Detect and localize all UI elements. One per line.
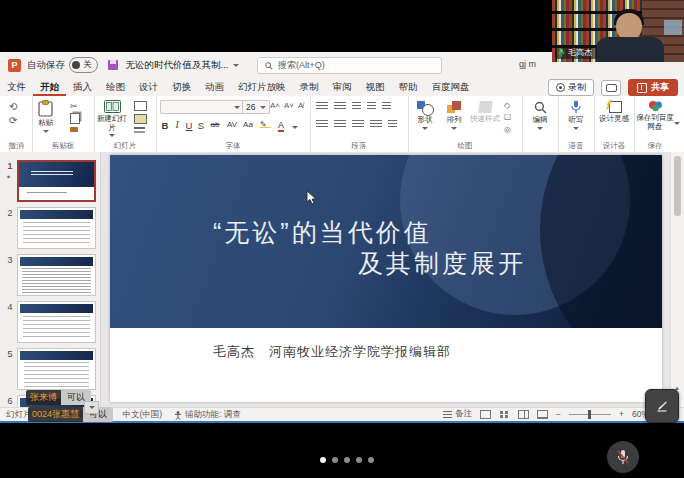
highlight-color-icon[interactable]: ✎ xyxy=(260,120,271,128)
page-dot[interactable] xyxy=(368,457,374,463)
line-spacing-icon[interactable] xyxy=(382,102,391,111)
change-case-icon[interactable]: Aa xyxy=(241,120,255,129)
dictate-mic-icon xyxy=(571,100,581,114)
collapse-ribbon-icon[interactable] xyxy=(674,122,680,125)
slide-thumbnail-3[interactable] xyxy=(17,254,96,296)
scrollbar-thumb[interactable] xyxy=(674,156,681,216)
format-painter-icon[interactable] xyxy=(70,127,78,132)
zoom-in-icon[interactable]: + xyxy=(619,409,624,419)
columns-icon[interactable] xyxy=(388,120,397,129)
zoom-slider[interactable] xyxy=(569,414,611,415)
tab-animations[interactable]: 动画 xyxy=(198,78,231,96)
search-input[interactable]: 搜索(Alt+Q) xyxy=(257,57,442,74)
design-ideas-button[interactable]: 设计灵感 xyxy=(597,100,631,124)
quick-styles-button[interactable]: 快速样式 xyxy=(470,101,500,124)
align-center-icon[interactable] xyxy=(334,120,346,129)
tab-slideshow[interactable]: 幻灯片放映 xyxy=(231,78,293,96)
page-dot[interactable] xyxy=(332,457,338,463)
slide-sorter-view-icon[interactable] xyxy=(499,410,510,419)
tab-help[interactable]: 帮助 xyxy=(392,78,425,96)
indent-decrease-icon[interactable] xyxy=(352,102,361,111)
redo-icon[interactable]: ⟳ xyxy=(9,115,17,126)
bullets-icon[interactable] xyxy=(316,102,328,111)
underline-icon[interactable]: U xyxy=(183,120,195,131)
tab-baidu-netdisk[interactable]: 百度网盘 xyxy=(425,78,477,96)
text-shadow-icon[interactable]: S xyxy=(195,120,207,131)
page-dot-active[interactable] xyxy=(320,457,326,463)
numbering-icon[interactable] xyxy=(334,102,346,111)
page-dot[interactable] xyxy=(344,457,350,463)
slide-thumbnail-4[interactable] xyxy=(17,301,96,343)
comments-button[interactable] xyxy=(601,80,621,96)
tab-transitions[interactable]: 切换 xyxy=(165,78,198,96)
page-dot[interactable] xyxy=(356,457,362,463)
share-button[interactable]: 共享 xyxy=(628,79,678,96)
account-name[interactable]: gj m xyxy=(519,59,536,69)
save-icon[interactable] xyxy=(108,60,118,70)
slide-thumbnail-1[interactable] xyxy=(17,160,96,202)
shape-outline-icon[interactable]: ☐ xyxy=(504,113,511,122)
tab-review[interactable]: 审阅 xyxy=(326,78,359,96)
new-slide-button[interactable]: 新建幻灯片 xyxy=(97,100,127,137)
page-indicator[interactable] xyxy=(320,457,374,463)
tab-record[interactable]: 录制 xyxy=(293,78,326,96)
copy-icon[interactable] xyxy=(70,113,80,124)
slide-thumbnail-panel[interactable]: 1 ✶ 2 3 4 5 6 xyxy=(0,152,101,407)
slide-thumbnail-5[interactable] xyxy=(17,348,96,390)
slide-author[interactable]: 毛高杰 河南牧业经济学院学报编辑部 xyxy=(213,343,451,361)
font-color-icon[interactable]: A xyxy=(278,120,284,132)
cut-icon[interactable]: ✂ xyxy=(70,101,78,111)
justify-icon[interactable] xyxy=(370,120,382,129)
vertical-scrollbar[interactable]: ▲ ▼ xyxy=(670,152,684,407)
webcam-video[interactable]: 毛高杰 xyxy=(552,0,684,62)
thumbnail-collapse-button[interactable] xyxy=(84,401,99,414)
shape-fill-icon[interactable]: ◇ xyxy=(504,101,510,110)
align-right-icon[interactable] xyxy=(352,120,364,129)
zoom-out-icon[interactable]: − xyxy=(556,409,561,419)
font-name-select[interactable] xyxy=(160,100,244,114)
bold-icon[interactable]: B xyxy=(159,120,171,131)
mute-microphone-button[interactable] xyxy=(607,441,639,473)
slide-editor[interactable]: “无讼”的当代价值 及其制度展开 毛高杰 河南牧业经济学院学报编辑部 xyxy=(110,155,662,402)
tab-design[interactable]: 设计 xyxy=(132,78,165,96)
arrange-button[interactable]: 排列 xyxy=(441,101,467,130)
zoom-slider-knob[interactable] xyxy=(588,410,591,419)
tab-home[interactable]: 开始 xyxy=(33,78,66,96)
font-size-select[interactable]: 26 xyxy=(242,100,270,114)
indent-increase-icon[interactable] xyxy=(367,102,376,111)
annotation-tool-button[interactable] xyxy=(645,389,679,423)
document-title[interactable]: 无讼的时代价值及其制... xyxy=(126,59,240,72)
editing-button[interactable]: 编辑 xyxy=(527,101,553,130)
italic-icon[interactable]: I xyxy=(171,120,183,130)
autosave-toggle[interactable]: 关 xyxy=(69,57,98,73)
shapes-button[interactable]: 形状 xyxy=(412,101,438,130)
align-left-icon[interactable] xyxy=(316,120,328,129)
slide-thumbnail-2[interactable] xyxy=(17,207,96,249)
notes-toggle[interactable]: 备注 xyxy=(443,408,472,420)
tab-insert[interactable]: 插入 xyxy=(66,78,99,96)
paste-button[interactable]: 粘贴 xyxy=(38,100,53,133)
tab-draw[interactable]: 绘图 xyxy=(99,78,132,96)
save-to-baidu-button[interactable]: 保存到百度网盘 xyxy=(636,100,674,131)
reset-icon[interactable] xyxy=(134,114,147,124)
undo-icon[interactable]: ⟲ xyxy=(9,101,17,112)
section-icon[interactable] xyxy=(134,127,145,129)
slideshow-view-icon[interactable] xyxy=(537,410,548,419)
normal-view-icon[interactable] xyxy=(480,410,491,419)
dictate-button[interactable]: 听写 xyxy=(563,100,589,130)
tab-file[interactable]: 文件 xyxy=(0,78,33,96)
slide-title[interactable]: “无讼”的当代价值 及其制度展开 xyxy=(213,217,526,279)
char-spacing-icon[interactable]: AV xyxy=(224,120,240,129)
layout-icon[interactable] xyxy=(134,101,147,111)
grow-font-icon[interactable]: A˄ xyxy=(270,101,280,110)
record-button[interactable]: 录制 xyxy=(548,79,594,96)
accessibility-status[interactable]: 辅助功能: 调查 xyxy=(174,409,241,421)
strikethrough-icon[interactable]: ab xyxy=(208,120,222,129)
shape-effects-icon[interactable]: ◎ xyxy=(504,125,511,134)
clear-format-icon[interactable]: A̸ xyxy=(298,101,303,110)
autosave-control[interactable]: 自动保存 关 xyxy=(27,57,98,73)
reading-view-icon[interactable] xyxy=(518,410,529,419)
shrink-font-icon[interactable]: A˅ xyxy=(284,101,294,110)
tab-view[interactable]: 视图 xyxy=(359,78,392,96)
language-status[interactable]: 中文(中国) xyxy=(122,409,162,421)
